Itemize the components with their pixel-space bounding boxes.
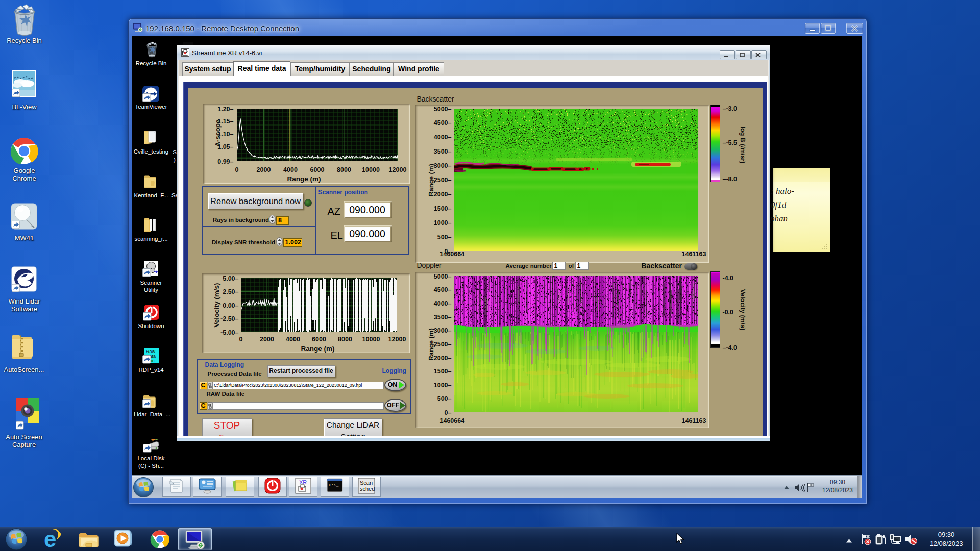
svg-text:e: e [44,528,56,551]
svg-text:C:\_: C:\_ [329,483,338,487]
svg-text:XR: XR [299,479,307,485]
svg-text:Scan: Scan [360,480,373,486]
svg-text:sched: sched [360,486,375,492]
